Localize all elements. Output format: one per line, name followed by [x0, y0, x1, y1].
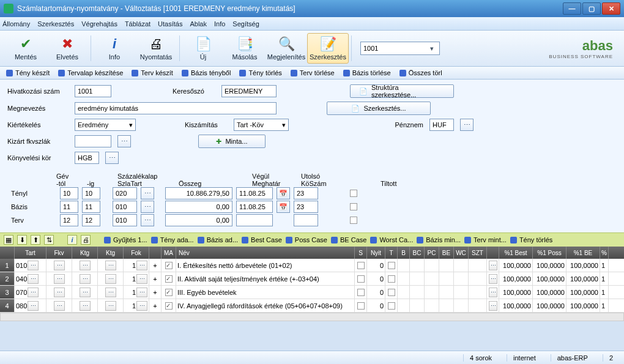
sum-szt-input[interactable]: 010 [113, 214, 137, 226]
cell-fkv[interactable]: ⋯ [46, 299, 72, 312]
sum-szt-lookup[interactable]: ⋯ [141, 214, 154, 226]
cell-tart[interactable]: 010⋯ [15, 259, 46, 272]
col-pc[interactable]: PC [425, 247, 439, 259]
t-checkbox[interactable] [388, 275, 395, 283]
show-button[interactable]: 🔍Megjelenítés [266, 33, 307, 64]
sum-tiltott-checkbox[interactable] [350, 190, 357, 197]
strip-teny-torles[interactable]: Tény törlés [239, 69, 281, 76]
mid-best-case[interactable]: Best Case [242, 236, 282, 243]
cell-ma[interactable] [162, 299, 176, 312]
copy-button[interactable]: 📑Másolás [224, 33, 266, 64]
cell-nev[interactable]: I. Értékesítés nettó árbevétele (01+02) [176, 259, 355, 272]
strip-teny-keszit[interactable]: Tény készít [6, 69, 50, 76]
cell-be1[interactable]: 100,0000 [566, 299, 600, 312]
lookup-icon[interactable]: ⋯ [136, 261, 147, 270]
mid-teny-torles[interactable]: Tény törlés [510, 236, 552, 243]
sum-ig-input[interactable]: 10 [82, 187, 100, 199]
sum-tol-input[interactable]: 11 [60, 201, 78, 213]
s-checkbox[interactable] [357, 275, 365, 283]
sum-ig-input[interactable]: 11 [82, 201, 100, 213]
cell-pct[interactable]: 1 [600, 259, 609, 272]
cell-plus[interactable]: + [149, 286, 162, 299]
ma-checkbox[interactable] [165, 289, 173, 296]
lookup-icon[interactable]: ⋯ [28, 274, 39, 284]
cell-nev[interactable]: IV. Anyagjellegű ráfordítások értéke (05… [176, 299, 355, 312]
cell-t[interactable] [385, 272, 398, 285]
cell-s[interactable] [355, 286, 367, 299]
mid-terv-mint[interactable]: Terv mint... [464, 236, 507, 243]
lookup-icon[interactable]: ⋯ [80, 288, 91, 297]
lookup-icon[interactable]: ⋯ [80, 261, 91, 270]
col-p1poss[interactable]: %1 Poss [533, 247, 566, 259]
col-szt[interactable]: SZT [469, 247, 487, 259]
lookup-icon[interactable]: ⋯ [54, 301, 65, 311]
cell-lookup[interactable]: ⋯ [487, 286, 499, 299]
col-bc[interactable]: BC [410, 247, 425, 259]
megnevezes-input[interactable]: eredmény kimutatás [75, 102, 277, 114]
save-button[interactable]: ✔Mentés [5, 33, 46, 64]
cell-nyit[interactable]: 0 [367, 286, 385, 299]
info-icon[interactable]: i [67, 235, 77, 245]
cell-lookup[interactable]: ⋯ [487, 259, 499, 272]
cell-lookup[interactable]: ⋯ [487, 299, 499, 312]
cell-best[interactable]: 100,0000 [499, 286, 533, 299]
lookup-icon[interactable]: ⋯ [489, 301, 497, 311]
mid-be-case[interactable]: BE Case [331, 236, 366, 243]
cell-plus[interactable]: + [149, 299, 162, 312]
mid-teny-ada[interactable]: Tény ada... [151, 236, 194, 243]
mid-bazis-min[interactable]: Bázis min... [417, 236, 461, 243]
szerkesztes-button[interactable]: 📄Szerkesztés... [327, 102, 431, 115]
new-button[interactable]: 📄Új [182, 33, 224, 64]
sum-tol-input[interactable]: 10 [60, 187, 78, 199]
struktura-button[interactable]: 📄Struktúra szerkesztése... [350, 84, 454, 98]
lookup-icon[interactable]: ⋯ [80, 301, 91, 311]
cell-be1[interactable]: 100,0000 [566, 286, 600, 299]
lookup-icon[interactable]: ⋯ [80, 274, 91, 284]
hivatkozasi-szam-input[interactable]: 1001 [75, 85, 111, 97]
sum-szt-lookup[interactable]: ⋯ [141, 187, 154, 199]
col-wc[interactable]: WC [454, 247, 469, 259]
col-rownum[interactable] [0, 247, 15, 259]
cell-fkv[interactable]: ⋯ [46, 259, 72, 272]
col-p1best[interactable]: %1 Best [499, 247, 533, 259]
sum-szt-input[interactable]: 020 [113, 187, 137, 199]
lookup-icon[interactable]: ⋯ [136, 301, 147, 311]
cell-ktg1[interactable]: ⋯ [72, 272, 98, 285]
sum-kosz-input[interactable]: 23 [294, 201, 318, 213]
s-checkbox[interactable] [357, 262, 365, 269]
lookup-icon[interactable]: ⋯ [28, 301, 39, 311]
penznem-lookup-button[interactable]: ⋯ [460, 119, 474, 131]
swap-icon[interactable]: ⇅ [44, 235, 54, 245]
sum-tiltott-checkbox[interactable] [350, 203, 357, 210]
cell-ma[interactable] [162, 272, 176, 285]
cell-fkv[interactable]: ⋯ [46, 286, 72, 299]
menu-szerkesztes[interactable]: Szerkesztés [37, 20, 74, 28]
cell-be1[interactable]: 100,0000 [566, 272, 600, 285]
cell-tart[interactable]: 080⋯ [15, 299, 46, 312]
cell-lookup[interactable]: ⋯ [487, 272, 499, 285]
lookup-icon[interactable]: ⋯ [105, 274, 116, 284]
cell-s[interactable] [355, 272, 367, 285]
cell-poss[interactable]: 100,0000 [533, 259, 566, 272]
cell-fok[interactable]: 1⋯ [124, 286, 149, 299]
table-row[interactable]: 1 010⋯ ⋯ ⋯ ⋯ 1⋯ + I. Értékesítés nettó á… [0, 259, 624, 272]
close-button[interactable]: ✕ [602, 2, 620, 15]
cell-best[interactable]: 100,0000 [499, 272, 533, 285]
sum-osszeg-input[interactable]: 0,00 [165, 214, 232, 226]
cell-ma[interactable] [162, 259, 176, 272]
cell-fok[interactable]: 1⋯ [124, 299, 149, 312]
menu-utasitas[interactable]: Utasítás [158, 20, 182, 28]
cell-ktg1[interactable]: ⋯ [72, 259, 98, 272]
horizontal-scrollbar[interactable] [0, 313, 624, 321]
s-checkbox[interactable] [357, 302, 365, 310]
kizart-input[interactable] [75, 135, 111, 147]
sum-vegul-input[interactable] [236, 214, 273, 226]
sum-kosz-input[interactable] [294, 214, 318, 226]
col-ktg1[interactable]: Ktg [72, 247, 98, 259]
sum-vegul-input[interactable]: 11.08.25 [236, 187, 273, 199]
calendar-icon[interactable]: 📅 [277, 187, 290, 199]
cell-ktg2[interactable]: ⋯ [98, 299, 124, 312]
cell-plus[interactable]: + [149, 272, 162, 285]
sum-tiltott-checkbox[interactable] [350, 217, 357, 224]
discard-button[interactable]: ✖Elvetés [46, 33, 88, 64]
